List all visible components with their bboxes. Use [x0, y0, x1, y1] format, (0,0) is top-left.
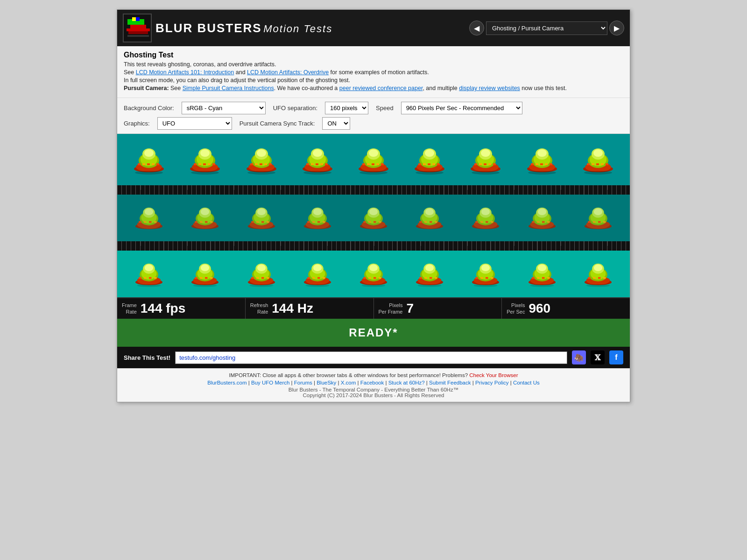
- svg-rect-27: [194, 163, 197, 165]
- desc-line2: See LCD Motion Artifacts 101: Introducti…: [124, 69, 623, 76]
- svg-rect-30: [208, 163, 211, 165]
- svg-point-313: [425, 265, 434, 272]
- nav-controls: ◀ Ghosting / Pursuit Camera Frame Skippi…: [469, 21, 624, 35]
- svg-rect-114: [601, 163, 604, 165]
- svg-point-285: [249, 284, 273, 287]
- bg-color-select[interactable]: sRGB - Cyan Black White Gray: [182, 102, 266, 114]
- svg-rect-281: [251, 277, 254, 279]
- share-url-input[interactable]: [175, 351, 567, 364]
- svg-rect-75: [418, 163, 421, 165]
- speed-select[interactable]: 960 Pixels Per Sec - Recommended 480 Pix…: [401, 102, 522, 114]
- footer-link-stuck60[interactable]: Stuck at 60Hz?: [388, 380, 425, 385]
- svg-point-26: [200, 149, 210, 157]
- mastodon-share-button[interactable]: 🦣: [572, 350, 586, 364]
- svg-point-324: [481, 265, 490, 272]
- svg-rect-328: [491, 277, 493, 279]
- svg-point-318: [418, 284, 442, 287]
- svg-point-269: [201, 265, 209, 272]
- x-share-button[interactable]: 𝕏: [591, 350, 605, 364]
- svg-point-195: [425, 209, 434, 216]
- svg-rect-304: [368, 277, 371, 279]
- svg-rect-99: [531, 163, 534, 165]
- ufo-sep-select[interactable]: 80 pixels 120 pixels 160 pixels 200 pixe…: [325, 102, 368, 114]
- svg-point-346: [594, 265, 602, 272]
- footer-link-blurbusters[interactable]: BlurBusters.com: [207, 380, 247, 385]
- ufo-animation-area: [117, 134, 630, 297]
- svg-rect-19: [156, 163, 159, 165]
- svg-rect-226: [588, 221, 590, 223]
- svg-rect-283: [261, 277, 264, 279]
- svg-rect-113: [596, 163, 599, 165]
- link-overdrive[interactable]: LCD Motion Artifacts: Overdrive: [247, 69, 329, 76]
- svg-rect-65: [372, 163, 374, 165]
- footer-link-facebook[interactable]: Facebook: [360, 380, 384, 385]
- svg-rect-230: [117, 241, 630, 251]
- graphics-select[interactable]: UFO Simple Box Detailed UFO: [157, 117, 232, 130]
- footer-link-xcom[interactable]: X.com: [341, 380, 356, 385]
- svg-rect-282: [256, 277, 259, 279]
- share-label: Share This Test!: [124, 354, 170, 361]
- ufo-sprite: [184, 145, 226, 175]
- ufo-sprite: [243, 260, 280, 288]
- share-bar: Share This Test! 🦣 𝕏 f: [117, 347, 630, 368]
- svg-rect-216: [532, 221, 534, 223]
- nav-forward-button[interactable]: ▶: [609, 21, 624, 35]
- svg-rect-199: [435, 221, 437, 223]
- svg-point-185: [369, 209, 378, 216]
- link-review-sites[interactable]: display review websites: [459, 85, 520, 91]
- main-container: BLUR BUSTERS Motion Tests ◀ Ghosting / P…: [117, 9, 630, 402]
- footer-link-forums[interactable]: Forums: [294, 380, 312, 385]
- footer-important: IMPORTANT: Close all apps & other browse…: [121, 372, 626, 378]
- logo-area: BLUR BUSTERS Motion Tests: [123, 14, 332, 42]
- nav-back-button[interactable]: ◀: [469, 21, 484, 35]
- ready-button[interactable]: READY*: [117, 319, 630, 347]
- pixels-per-sec-cell: PixelsPer Sec 960: [502, 298, 630, 319]
- svg-point-14: [144, 149, 154, 157]
- svg-point-20: [135, 171, 163, 175]
- bg-color-label: Background Color:: [124, 105, 174, 112]
- link-paper[interactable]: peer reviewed conference paper: [339, 85, 423, 91]
- svg-rect-115: [606, 163, 608, 165]
- svg-point-74: [425, 149, 434, 157]
- svg-rect-78: [432, 163, 435, 165]
- ufo-sprite: [243, 204, 280, 232]
- footer-link-merch[interactable]: Buy UFO Merch: [251, 380, 289, 385]
- ufo-sprite: [130, 204, 168, 232]
- svg-rect-219: [547, 221, 550, 223]
- link-intro[interactable]: LCD Motion Artifacts 101: Introduction: [136, 69, 234, 76]
- link-pursuit-instructions[interactable]: Simple Pursuit Camera Instructions: [183, 85, 274, 91]
- svg-point-165: [257, 209, 265, 216]
- svg-rect-67: [381, 163, 384, 165]
- pixels-per-frame-cell: PixelsPer Frame 7: [374, 298, 502, 319]
- footer-link-feedback[interactable]: Submit Feedback: [429, 380, 471, 385]
- svg-rect-3: [130, 25, 146, 28]
- footer-link-privacy[interactable]: Privacy Policy: [475, 380, 509, 385]
- ufo-sprite: [523, 260, 561, 288]
- svg-point-258: [145, 265, 153, 272]
- svg-rect-187: [368, 221, 371, 223]
- svg-rect-207: [481, 221, 483, 223]
- facebook-share-button[interactable]: f: [609, 350, 623, 364]
- svg-rect-6: [132, 17, 136, 21]
- footer-link-contact[interactable]: Contact Us: [513, 380, 540, 385]
- check-browser-link[interactable]: Check Your Browser: [469, 372, 518, 378]
- pixels-per-frame-value: 7: [406, 301, 414, 316]
- footer-link-bluesky[interactable]: BlueSky: [317, 380, 336, 385]
- pursuit-select[interactable]: ON OFF: [322, 117, 350, 130]
- ufo-sprite: [353, 145, 394, 175]
- svg-rect-327: [486, 277, 488, 279]
- svg-rect-270: [195, 277, 197, 279]
- svg-point-351: [586, 284, 610, 287]
- ufo-sprite: [579, 204, 617, 232]
- svg-rect-347: [588, 277, 590, 279]
- svg-rect-196: [419, 221, 422, 223]
- ufo-sprite: [465, 145, 506, 175]
- pursuit-label: Pursuit Camera Sync Track:: [240, 120, 315, 127]
- ufo-sprite: [409, 145, 450, 175]
- ufo-sprite: [355, 204, 392, 232]
- svg-rect-40: [255, 163, 258, 165]
- svg-point-98: [537, 149, 547, 157]
- speed-label: Speed: [376, 105, 394, 112]
- svg-rect-18: [152, 163, 155, 165]
- nav-dropdown[interactable]: Ghosting / Pursuit Camera Frame Skipping…: [486, 21, 607, 35]
